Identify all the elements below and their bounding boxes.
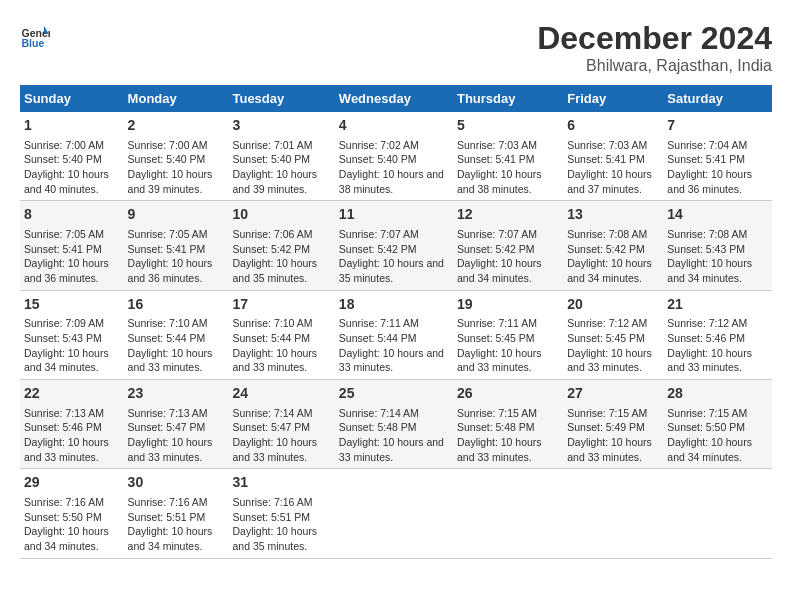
day-cell: 22Sunrise: 7:13 AMSunset: 5:46 PMDayligh… <box>20 380 124 469</box>
day-header-friday: Friday <box>563 85 663 112</box>
day-cell: 23Sunrise: 7:13 AMSunset: 5:47 PMDayligh… <box>124 380 229 469</box>
day-cell <box>663 469 772 558</box>
day-number: 4 <box>339 116 449 136</box>
day-number: 14 <box>667 205 768 225</box>
day-cell: 10Sunrise: 7:06 AMSunset: 5:42 PMDayligh… <box>228 201 334 290</box>
logo-icon: General Blue <box>20 20 50 50</box>
week-row-4: 22Sunrise: 7:13 AMSunset: 5:46 PMDayligh… <box>20 380 772 469</box>
day-number: 10 <box>232 205 330 225</box>
day-cell: 20Sunrise: 7:12 AMSunset: 5:45 PMDayligh… <box>563 290 663 379</box>
day-number: 24 <box>232 384 330 404</box>
day-header-thursday: Thursday <box>453 85 563 112</box>
day-number: 9 <box>128 205 225 225</box>
day-cell: 1Sunrise: 7:00 AMSunset: 5:40 PMDaylight… <box>20 112 124 201</box>
logo: General Blue General Blue <box>20 20 50 50</box>
day-number: 28 <box>667 384 768 404</box>
day-header-monday: Monday <box>124 85 229 112</box>
day-number: 17 <box>232 295 330 315</box>
week-row-3: 15Sunrise: 7:09 AMSunset: 5:43 PMDayligh… <box>20 290 772 379</box>
day-cell: 30Sunrise: 7:16 AMSunset: 5:51 PMDayligh… <box>124 469 229 558</box>
day-header-tuesday: Tuesday <box>228 85 334 112</box>
day-number: 15 <box>24 295 120 315</box>
day-cell: 8Sunrise: 7:05 AMSunset: 5:41 PMDaylight… <box>20 201 124 290</box>
day-number: 31 <box>232 473 330 493</box>
day-number: 25 <box>339 384 449 404</box>
day-cell: 31Sunrise: 7:16 AMSunset: 5:51 PMDayligh… <box>228 469 334 558</box>
day-number: 16 <box>128 295 225 315</box>
day-cell: 19Sunrise: 7:11 AMSunset: 5:45 PMDayligh… <box>453 290 563 379</box>
day-number: 23 <box>128 384 225 404</box>
title-section: December 2024 Bhilwara, Rajasthan, India <box>537 20 772 75</box>
day-cell: 29Sunrise: 7:16 AMSunset: 5:50 PMDayligh… <box>20 469 124 558</box>
week-row-1: 1Sunrise: 7:00 AMSunset: 5:40 PMDaylight… <box>20 112 772 201</box>
day-cell: 18Sunrise: 7:11 AMSunset: 5:44 PMDayligh… <box>335 290 453 379</box>
day-cell: 12Sunrise: 7:07 AMSunset: 5:42 PMDayligh… <box>453 201 563 290</box>
header-row: SundayMondayTuesdayWednesdayThursdayFrid… <box>20 85 772 112</box>
day-cell <box>563 469 663 558</box>
day-cell: 2Sunrise: 7:00 AMSunset: 5:40 PMDaylight… <box>124 112 229 201</box>
day-cell: 13Sunrise: 7:08 AMSunset: 5:42 PMDayligh… <box>563 201 663 290</box>
day-number: 26 <box>457 384 559 404</box>
day-header-wednesday: Wednesday <box>335 85 453 112</box>
day-number: 6 <box>567 116 659 136</box>
day-number: 3 <box>232 116 330 136</box>
week-row-2: 8Sunrise: 7:05 AMSunset: 5:41 PMDaylight… <box>20 201 772 290</box>
day-cell: 11Sunrise: 7:07 AMSunset: 5:42 PMDayligh… <box>335 201 453 290</box>
day-cell: 26Sunrise: 7:15 AMSunset: 5:48 PMDayligh… <box>453 380 563 469</box>
day-number: 21 <box>667 295 768 315</box>
day-cell <box>335 469 453 558</box>
day-number: 27 <box>567 384 659 404</box>
day-number: 18 <box>339 295 449 315</box>
day-cell: 3Sunrise: 7:01 AMSunset: 5:40 PMDaylight… <box>228 112 334 201</box>
day-number: 2 <box>128 116 225 136</box>
week-row-5: 29Sunrise: 7:16 AMSunset: 5:50 PMDayligh… <box>20 469 772 558</box>
day-number: 29 <box>24 473 120 493</box>
day-number: 1 <box>24 116 120 136</box>
day-number: 12 <box>457 205 559 225</box>
day-cell: 7Sunrise: 7:04 AMSunset: 5:41 PMDaylight… <box>663 112 772 201</box>
day-cell: 21Sunrise: 7:12 AMSunset: 5:46 PMDayligh… <box>663 290 772 379</box>
subtitle: Bhilwara, Rajasthan, India <box>537 57 772 75</box>
day-number: 5 <box>457 116 559 136</box>
calendar-table: SundayMondayTuesdayWednesdayThursdayFrid… <box>20 85 772 559</box>
day-cell: 4Sunrise: 7:02 AMSunset: 5:40 PMDaylight… <box>335 112 453 201</box>
svg-text:Blue: Blue <box>22 37 45 49</box>
day-number: 30 <box>128 473 225 493</box>
day-cell: 27Sunrise: 7:15 AMSunset: 5:49 PMDayligh… <box>563 380 663 469</box>
day-number: 19 <box>457 295 559 315</box>
day-number: 20 <box>567 295 659 315</box>
day-cell: 9Sunrise: 7:05 AMSunset: 5:41 PMDaylight… <box>124 201 229 290</box>
day-cell: 6Sunrise: 7:03 AMSunset: 5:41 PMDaylight… <box>563 112 663 201</box>
day-cell: 17Sunrise: 7:10 AMSunset: 5:44 PMDayligh… <box>228 290 334 379</box>
day-cell: 24Sunrise: 7:14 AMSunset: 5:47 PMDayligh… <box>228 380 334 469</box>
day-number: 8 <box>24 205 120 225</box>
day-cell: 5Sunrise: 7:03 AMSunset: 5:41 PMDaylight… <box>453 112 563 201</box>
day-number: 11 <box>339 205 449 225</box>
page-header: General Blue General Blue December 2024 … <box>20 20 772 75</box>
day-cell: 16Sunrise: 7:10 AMSunset: 5:44 PMDayligh… <box>124 290 229 379</box>
day-number: 13 <box>567 205 659 225</box>
day-cell: 15Sunrise: 7:09 AMSunset: 5:43 PMDayligh… <box>20 290 124 379</box>
day-number: 22 <box>24 384 120 404</box>
main-title: December 2024 <box>537 20 772 57</box>
day-cell <box>453 469 563 558</box>
day-cell: 14Sunrise: 7:08 AMSunset: 5:43 PMDayligh… <box>663 201 772 290</box>
day-cell: 25Sunrise: 7:14 AMSunset: 5:48 PMDayligh… <box>335 380 453 469</box>
day-header-saturday: Saturday <box>663 85 772 112</box>
day-cell: 28Sunrise: 7:15 AMSunset: 5:50 PMDayligh… <box>663 380 772 469</box>
day-header-sunday: Sunday <box>20 85 124 112</box>
day-number: 7 <box>667 116 768 136</box>
